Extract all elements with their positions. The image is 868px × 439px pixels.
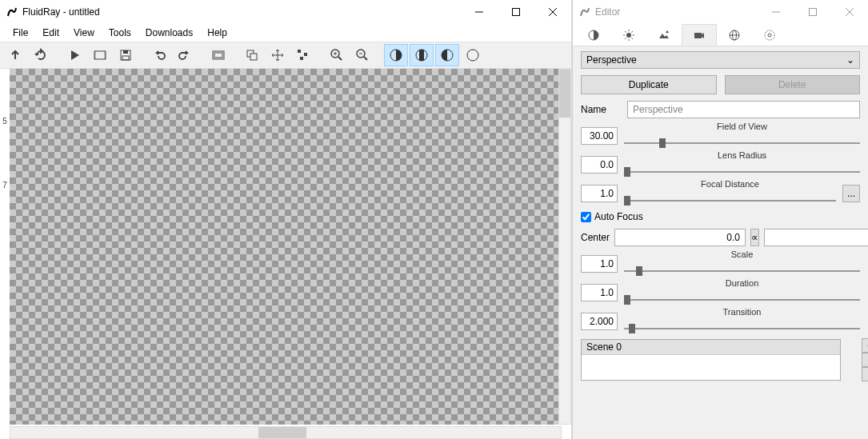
duration-slider[interactable]: Duration <box>624 281 860 304</box>
contrast-c-icon[interactable] <box>435 44 459 66</box>
upload-icon[interactable] <box>3 44 27 66</box>
editor-titlebar: Editor <box>573 0 868 24</box>
tab-light-icon[interactable] <box>611 24 646 46</box>
svg-rect-13 <box>250 54 257 60</box>
play-icon[interactable] <box>62 44 86 66</box>
menu-help[interactable]: Help <box>201 26 234 40</box>
scene-add-button[interactable]: + <box>862 338 868 353</box>
name-input[interactable] <box>627 101 860 118</box>
duration-input[interactable] <box>581 284 618 301</box>
maximize-button[interactable] <box>498 0 534 24</box>
scale-input[interactable] <box>581 255 618 273</box>
copy-rect-icon[interactable] <box>240 44 264 66</box>
svg-rect-16 <box>300 57 303 60</box>
zoom-in-icon[interactable] <box>325 44 349 66</box>
redo-icon[interactable] <box>173 44 197 66</box>
left-ruler: 5 7 <box>0 117 10 197</box>
scene-list-item[interactable]: Scene 0 <box>582 340 840 355</box>
svg-line-39 <box>625 31 626 33</box>
svg-rect-26 <box>419 50 424 61</box>
svg-line-41 <box>625 38 626 39</box>
circle-outline-icon[interactable] <box>461 44 485 66</box>
svg-rect-1 <box>513 9 520 16</box>
svg-point-34 <box>626 33 631 38</box>
svg-point-28 <box>467 50 478 61</box>
tab-settings-icon[interactable] <box>752 24 787 46</box>
minimize-button[interactable] <box>461 0 498 24</box>
svg-line-22 <box>364 57 367 60</box>
contrast-b-icon[interactable] <box>410 44 434 66</box>
editor-tabs <box>573 24 868 46</box>
editor-body: Perspective ⌄ Duplicate Delete Name Fiel… <box>573 46 868 439</box>
chevron-down-icon: ⌄ <box>846 54 854 66</box>
save-icon[interactable] <box>114 44 138 66</box>
transition-input[interactable] <box>581 313 618 330</box>
scene-remove-button[interactable]: − <box>862 353 868 367</box>
editor-title: Editor <box>595 6 620 18</box>
transition-slider[interactable]: Transition <box>624 310 860 333</box>
editor-window: Editor Perspective ⌄ Duplicate Delete Na… <box>572 0 868 439</box>
svg-point-49 <box>768 34 771 37</box>
menu-view[interactable]: View <box>67 26 101 40</box>
viewport-canvas[interactable] <box>10 69 562 425</box>
lens-radius-slider[interactable]: Lens Radius <box>624 154 860 176</box>
close-button[interactable] <box>534 0 571 24</box>
film-icon[interactable] <box>88 44 112 66</box>
autofocus-checkbox[interactable] <box>581 212 591 222</box>
menu-downloads[interactable]: Downloads <box>139 26 199 40</box>
app-logo-icon <box>579 6 590 18</box>
scene-moveup-button[interactable]: ↑ <box>862 367 868 381</box>
contrast-a-icon[interactable] <box>384 44 408 66</box>
tab-environment-icon[interactable] <box>646 24 682 46</box>
svg-rect-15 <box>304 53 307 56</box>
svg-rect-14 <box>298 50 301 53</box>
scatter-icon[interactable] <box>291 44 315 66</box>
tab-tonemap-icon[interactable] <box>576 24 611 46</box>
camera-type-dropdown[interactable]: Perspective ⌄ <box>581 51 860 69</box>
link-xy-button[interactable]: ∝ <box>750 229 759 246</box>
focal-more-button[interactable]: ... <box>842 185 860 202</box>
editor-maximize-button[interactable] <box>794 0 831 24</box>
svg-rect-11 <box>214 53 222 58</box>
center-y-input[interactable] <box>764 229 868 246</box>
frame-icon[interactable] <box>206 44 230 66</box>
canvas-area: 5 7 <box>0 69 571 439</box>
svg-rect-30 <box>810 9 817 16</box>
undo-icon[interactable] <box>147 44 171 66</box>
focal-distance-slider[interactable]: Focal Distance <box>624 182 836 205</box>
svg-rect-9 <box>122 56 129 60</box>
menu-edit[interactable]: Edit <box>36 26 66 40</box>
focal-distance-input[interactable] <box>581 185 618 202</box>
svg-rect-5 <box>94 51 96 59</box>
menu-file[interactable]: File <box>6 26 34 40</box>
svg-point-48 <box>765 30 774 40</box>
main-window: FluidRay - untitled File Edit View Tools… <box>0 0 572 439</box>
horizontal-scrollbar[interactable] <box>10 426 562 439</box>
center-x-input[interactable] <box>614 229 746 246</box>
editor-minimize-button[interactable] <box>758 0 794 24</box>
delete-button[interactable]: Delete <box>725 75 861 94</box>
zoom-out-icon[interactable] <box>350 44 374 66</box>
scale-slider[interactable]: Scale <box>624 253 860 275</box>
scene-list[interactable]: Scene 0 <box>581 339 841 381</box>
menu-tools[interactable]: Tools <box>102 26 138 40</box>
lens-radius-input[interactable] <box>581 156 618 174</box>
fov-slider[interactable]: Field of View <box>624 125 860 147</box>
duplicate-button[interactable]: Duplicate <box>581 75 717 94</box>
move-icon[interactable] <box>266 44 290 66</box>
refresh-icon[interactable] <box>29 44 53 66</box>
main-titlebar: FluidRay - untitled <box>0 0 571 24</box>
svg-rect-4 <box>94 51 106 59</box>
vertical-scrollbar[interactable] <box>558 69 571 425</box>
svg-point-43 <box>666 30 669 33</box>
autofocus-label: Auto Focus <box>594 211 643 222</box>
center-label: Center <box>581 232 610 243</box>
tab-camera-icon[interactable] <box>682 24 717 46</box>
svg-line-40 <box>632 38 634 39</box>
editor-close-button[interactable] <box>831 0 868 24</box>
tab-world-icon[interactable] <box>717 24 752 46</box>
svg-line-18 <box>338 57 342 60</box>
fov-input[interactable] <box>581 127 618 145</box>
window-title: FluidRay - untitled <box>22 6 100 18</box>
toolbar <box>0 42 571 69</box>
